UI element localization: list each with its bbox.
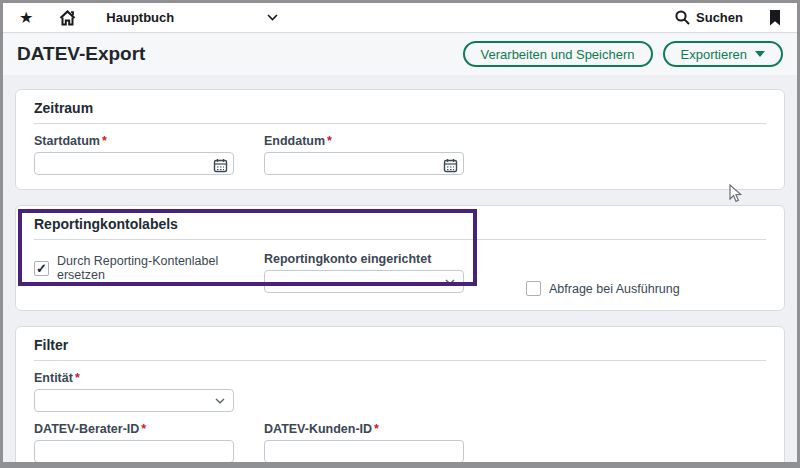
entitaet-label: Entität: [34, 371, 73, 385]
reportingkonto-label: Reportingkonto eingerichtet: [264, 252, 464, 266]
app-window: ★ Hauptbuch Suchen: [0, 0, 800, 468]
page-header: DATEV-Export Verarbeiten und Speichern E…: [3, 33, 797, 75]
section-zeitraum: Zeitraum Startdatum*: [15, 89, 785, 190]
required-marker: *: [327, 134, 332, 148]
required-marker: *: [374, 422, 379, 436]
reportingkonto-select[interactable]: [264, 270, 464, 293]
prompt-checkbox-label: Abfrage bei Ausführung: [549, 282, 680, 296]
required-marker: *: [102, 134, 107, 148]
top-navigation-bar: ★ Hauptbuch Suchen: [3, 3, 797, 33]
enddatum-input[interactable]: [264, 152, 464, 175]
required-marker: *: [141, 422, 146, 436]
entitaet-select[interactable]: [34, 389, 234, 412]
bookmark-icon[interactable]: [769, 10, 781, 26]
caret-down-icon: [755, 51, 765, 57]
page-content: Zeitraum Startdatum*: [3, 75, 797, 468]
startdatum-input[interactable]: [34, 152, 234, 175]
enddatum-label: Enddatum: [264, 134, 325, 148]
module-dropdown[interactable]: Hauptbuch: [106, 10, 278, 25]
section-filter: Filter Entität* DAT: [15, 326, 785, 468]
search-control[interactable]: Suchen: [675, 10, 743, 25]
export-button[interactable]: Exportieren: [663, 41, 783, 67]
section-title-reportingkontolabels: Reportingkontolabels: [34, 216, 766, 240]
process-and-save-button[interactable]: Verarbeiten und Speichern: [463, 41, 653, 67]
search-icon: [675, 10, 690, 25]
datev-kunden-id-input[interactable]: [264, 440, 464, 463]
page-title: DATEV-Export: [17, 43, 145, 65]
calendar-icon[interactable]: [443, 158, 458, 173]
module-dropdown-label: Hauptbuch: [106, 10, 174, 25]
startdatum-label: Startdatum: [34, 134, 100, 148]
section-reportingkontolabels: Reportingkontolabels Durch Reporting-Kon…: [15, 205, 785, 311]
search-label: Suchen: [696, 10, 743, 25]
datev-berater-id-input[interactable]: [34, 440, 234, 463]
datev-berater-id-label: DATEV-Berater-ID: [34, 422, 139, 436]
favorites-star-icon[interactable]: ★: [19, 10, 33, 26]
chevron-down-icon: [445, 279, 455, 285]
chevron-down-icon: [215, 398, 225, 404]
home-icon[interactable]: [59, 10, 76, 26]
required-marker: *: [75, 371, 80, 385]
section-title-zeitraum: Zeitraum: [34, 100, 766, 124]
calendar-icon[interactable]: [213, 158, 228, 173]
replace-checkbox-label: Durch Reporting-Kontenlabel ersetzen: [57, 254, 264, 282]
replace-with-reporting-label-checkbox[interactable]: [34, 261, 49, 276]
chevron-down-icon: [267, 14, 278, 21]
prompt-on-run-checkbox[interactable]: [526, 281, 541, 296]
datev-kunden-id-label: DATEV-Kunden-ID: [264, 422, 372, 436]
section-title-filter: Filter: [34, 337, 766, 361]
